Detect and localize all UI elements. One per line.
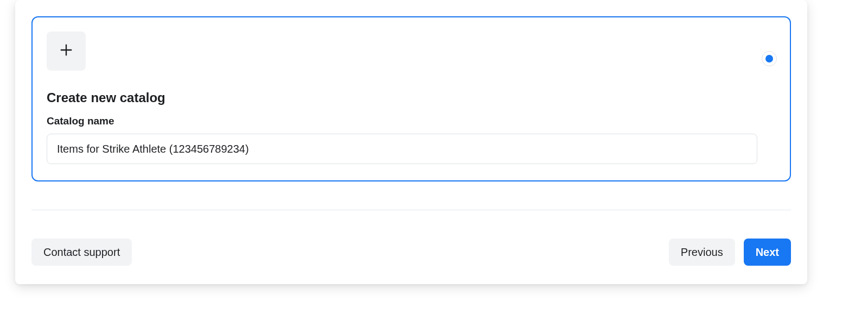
select-card-radio[interactable] <box>762 51 777 66</box>
add-tile-button[interactable] <box>47 32 86 71</box>
main-panel: Create new catalog Catalog name Contact … <box>15 0 807 284</box>
card-heading: Create new catalog <box>47 90 776 105</box>
radio-dot-icon <box>765 55 773 62</box>
contact-support-button[interactable]: Contact support <box>31 239 132 266</box>
create-catalog-card[interactable]: Create new catalog Catalog name <box>31 16 791 181</box>
footer-bar: Contact support Previous Next <box>31 239 791 266</box>
next-button[interactable]: Next <box>744 239 791 266</box>
previous-button[interactable]: Previous <box>669 239 735 266</box>
catalog-name-input[interactable] <box>47 134 757 164</box>
plus-icon <box>59 42 74 60</box>
catalog-name-label: Catalog name <box>47 115 776 127</box>
footer-divider <box>31 210 791 210</box>
